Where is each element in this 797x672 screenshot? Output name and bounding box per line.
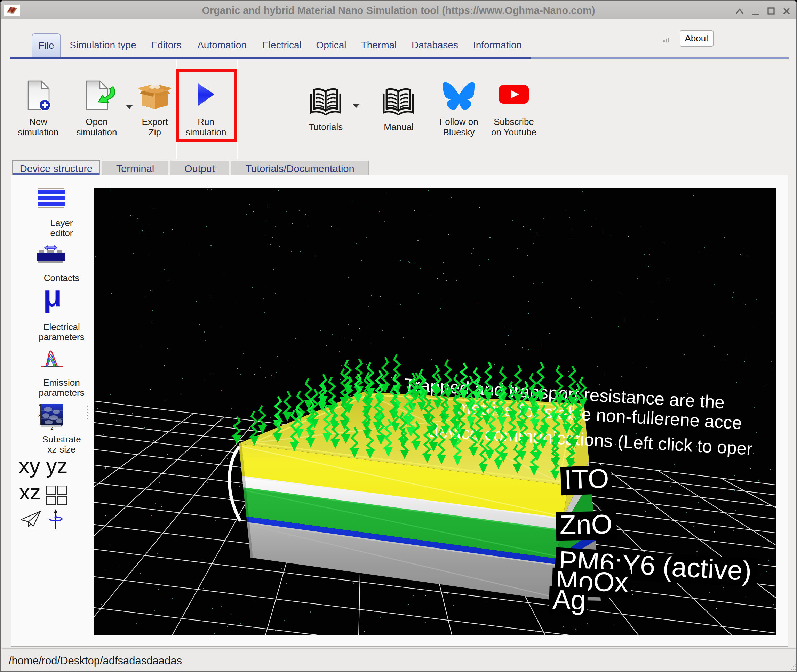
- svg-text:x: x: [38, 412, 41, 418]
- svg-text:ITO: ITO: [564, 463, 610, 495]
- svg-text:ZnO: ZnO: [559, 509, 613, 540]
- svg-text:Ag: Ag: [552, 584, 587, 615]
- svg-text:z: z: [50, 425, 54, 430]
